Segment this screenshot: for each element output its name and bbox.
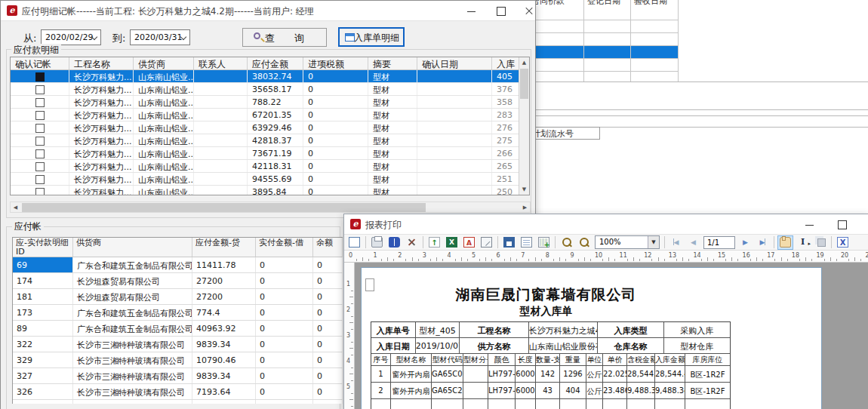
toolbar-button-table-add[interactable] bbox=[536, 235, 552, 250]
confirm-checkbox[interactable] bbox=[35, 111, 45, 120]
window1-titlebar[interactable]: e 应付明细记帐------当前工程: 长沙万科魅力之城4.2期------当前… bbox=[1, 1, 535, 21]
table-row[interactable]: 89广东合和建筑五金制品有限公司40963.9200 bbox=[13, 321, 343, 337]
query-button[interactable]: 查 询 bbox=[242, 28, 327, 47]
column-header-1[interactable]: 供货商 bbox=[73, 238, 192, 257]
table-row[interactable] bbox=[528, 33, 678, 46]
table-row[interactable]: 长沙万科魅力...山东南山铝业...3895.840型材250 bbox=[11, 186, 519, 195]
plan-serial-field[interactable]: 计划流水号 bbox=[528, 127, 600, 140]
confirm-checkbox[interactable] bbox=[35, 124, 45, 133]
window2-titlebar[interactable]: e 报表打印 bbox=[344, 214, 868, 235]
table-row[interactable]: 174长沙坦森贸易有限公司2720000 bbox=[13, 273, 343, 289]
table-row[interactable] bbox=[528, 8, 678, 20]
maximize-button[interactable] bbox=[488, 1, 513, 21]
from-date-select[interactable]: 2020/02/29 bbox=[41, 29, 101, 45]
cell: 0 bbox=[303, 109, 368, 121]
cell: 94555.69 bbox=[248, 173, 303, 185]
toolbar-button-zoom-out[interactable] bbox=[576, 235, 592, 250]
column-header-3[interactable]: 实付金额-借 bbox=[256, 238, 313, 257]
table-row[interactable]: 长沙万科魅力...山东南山铝业...73671.190型材266 bbox=[11, 147, 519, 160]
confirm-checkbox[interactable] bbox=[35, 137, 45, 146]
column-header-0[interactable]: 确认记帐 bbox=[11, 57, 69, 69]
confirm-checkbox[interactable] bbox=[35, 149, 45, 158]
column-header-6[interactable]: 摘要 bbox=[368, 57, 417, 69]
inbound-detail-button[interactable]: 入库单明细 bbox=[338, 27, 405, 47]
confirm-checkbox[interactable] bbox=[35, 98, 45, 107]
table-row[interactable]: 326长沙市三湘特种玻璃有限公司7193.6400 bbox=[13, 384, 343, 400]
table-row[interactable]: 长沙万科魅力...山东南山铝业...67201.350型材283 bbox=[11, 109, 519, 121]
table-row[interactable]: 长沙万科魅力...山东南山铝业...788.220型材358 bbox=[11, 96, 519, 109]
toolbar-button-excel[interactable]: X bbox=[444, 235, 460, 250]
table-row[interactable]: 325长沙市三湘特种玻璃有限公司9139.3400 bbox=[13, 400, 343, 404]
table-row[interactable]: 长沙万科魅力...山东南山铝业...42118.310型材265 bbox=[11, 160, 519, 173]
column-header-4[interactable]: 应付金额 bbox=[248, 57, 303, 69]
table-row[interactable]: 长沙万科魅力...山东南山铝业...38032.740型材405 bbox=[11, 70, 519, 83]
confirm-checkbox[interactable] bbox=[35, 188, 45, 195]
toolbar-button-hand[interactable] bbox=[777, 235, 793, 250]
column-header-5[interactable]: 进项税额 bbox=[303, 57, 368, 69]
table-row[interactable]: 327长沙市三湘特种玻璃有限公司9839.3400 bbox=[13, 368, 343, 384]
table-row[interactable]: 长沙万科魅力...山东南山铝业...35658.170型材376 bbox=[11, 83, 519, 96]
minimize-button[interactable] bbox=[797, 214, 823, 235]
toolbar-button-text-select[interactable]: I bbox=[795, 235, 811, 250]
toolbar-button-zoom-in[interactable] bbox=[559, 235, 574, 250]
table-row[interactable]: 69广东合和建筑五金制品有限公司11411.7800 bbox=[13, 257, 343, 273]
vertical-scrollbar[interactable]: ▲ ▼ bbox=[519, 57, 529, 195]
toolbar-button-next-page[interactable]: ▶ bbox=[737, 235, 753, 250]
scroll-down-icon[interactable]: ▼ bbox=[519, 184, 529, 195]
table-row[interactable]: 322长沙市三湘特种玻璃有限公司9839.3400 bbox=[13, 337, 343, 352]
toolbar-button-export[interactable]: ↑ bbox=[426, 235, 442, 250]
toolbar-button-book[interactable] bbox=[386, 235, 402, 250]
table-row[interactable] bbox=[528, 59, 678, 72]
print-preview-area[interactable]: 湖南巨晟门窗幕墙有限公司 型材入库单 入库单号型材_405工程名称长沙万科魅力之… bbox=[355, 263, 868, 409]
column-header-2[interactable]: 供货商 bbox=[134, 57, 194, 69]
confirm-checkbox[interactable] bbox=[35, 175, 45, 184]
toolbar-button-copy[interactable] bbox=[812, 235, 828, 250]
toolbar-button-pdf[interactable]: A bbox=[461, 235, 477, 250]
column-header-4[interactable]: 余额 bbox=[313, 238, 343, 257]
horizontal-scrollbar[interactable]: ◀ ▶ bbox=[10, 201, 531, 213]
cell: 型材 bbox=[368, 160, 417, 172]
column-header-7[interactable]: 确认日期 bbox=[417, 57, 492, 69]
toolbar-button-page-preview[interactable] bbox=[346, 235, 362, 250]
close-button[interactable] bbox=[860, 214, 868, 235]
column-header-8[interactable]: 入库 bbox=[492, 57, 519, 69]
column-header-2[interactable]: 应付金额-贷 bbox=[192, 238, 256, 257]
table-row[interactable]: 长沙万科魅力...山东南山铝业...94555.690型材251 bbox=[11, 173, 519, 186]
maximize-button[interactable] bbox=[829, 214, 854, 235]
minimize-button[interactable] bbox=[459, 1, 485, 21]
table-row[interactable] bbox=[528, 20, 678, 33]
table-row[interactable]: 长沙万科魅力...山东南山铝业...63929.460型材276 bbox=[11, 121, 519, 134]
scrollbar-thumb[interactable] bbox=[520, 69, 528, 99]
table-row[interactable] bbox=[528, 46, 678, 59]
confirm-checkbox[interactable] bbox=[35, 162, 45, 171]
confirm-checkbox[interactable] bbox=[35, 72, 45, 81]
column-header-3[interactable]: 联系人 bbox=[194, 57, 248, 69]
chevron-down-icon[interactable]: ▼ bbox=[648, 236, 659, 248]
table-row[interactable]: 173广东合和建筑五金制品有限公司774.400 bbox=[13, 305, 343, 321]
to-date-select[interactable]: 2020/03/31 bbox=[130, 29, 190, 45]
toolbar-button-first-page[interactable]: ◀ bbox=[668, 235, 684, 250]
scroll-up-icon[interactable]: ▲ bbox=[519, 57, 529, 68]
toolbar-button-last-page[interactable]: ▶ bbox=[755, 235, 771, 250]
scrollbar-thumb[interactable] bbox=[22, 203, 426, 212]
toolbar-button-email[interactable] bbox=[479, 235, 494, 250]
toolbar-button-close[interactable]: X bbox=[835, 235, 851, 250]
toolbar-button-save[interactable] bbox=[501, 235, 517, 250]
page-indicator-input[interactable]: 1/1 bbox=[703, 236, 735, 249]
table-row[interactable]: 329长沙市三湘特种玻璃有限公司10790.4600 bbox=[13, 352, 343, 368]
column-header-1[interactable]: 工程名称 bbox=[69, 57, 134, 69]
table-row[interactable]: 长沙万科魅力...山东南山铝业...42818.370型材275 bbox=[11, 134, 519, 147]
column-header-0[interactable]: 应-实付款明细ID bbox=[13, 238, 73, 257]
scroll-right-icon[interactable]: ▶ bbox=[520, 202, 530, 213]
toolbar-button-settings[interactable] bbox=[404, 235, 420, 250]
close-button[interactable] bbox=[516, 1, 542, 21]
zoom-select[interactable]: 100%▼ bbox=[595, 235, 660, 249]
scroll-left-icon[interactable]: ◀ bbox=[11, 202, 20, 213]
toolbar-button-prev-page[interactable]: ◀ bbox=[685, 235, 701, 250]
toolbar-button-print[interactable] bbox=[369, 235, 385, 250]
cell: 山东南山铝业... bbox=[134, 96, 194, 108]
cell: 27200 bbox=[192, 289, 256, 304]
toolbar-button-document[interactable] bbox=[519, 235, 534, 250]
confirm-checkbox[interactable] bbox=[35, 85, 45, 94]
table-row[interactable]: 181长沙坦森贸易有限公司2720000 bbox=[13, 289, 343, 305]
